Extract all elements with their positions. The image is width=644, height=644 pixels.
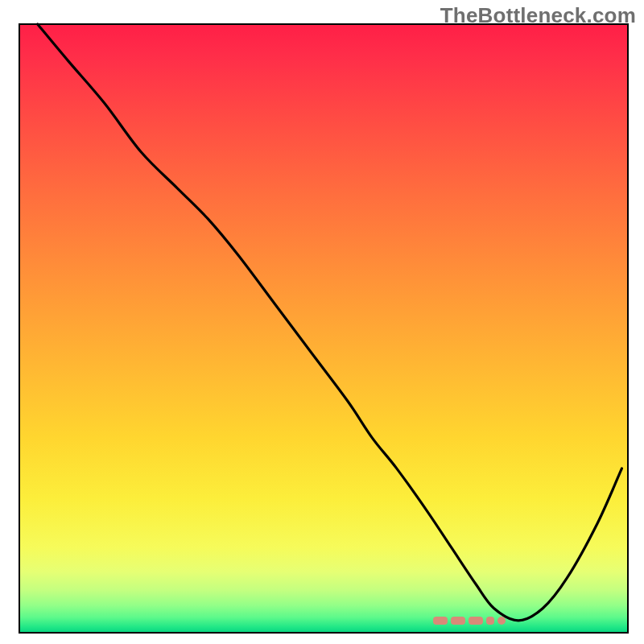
marker-segment	[451, 617, 465, 625]
chart-container: TheBottleneck.com	[0, 0, 644, 644]
highlight-range-markers	[433, 617, 506, 625]
bottleneck-chart	[0, 0, 644, 644]
marker-dot	[497, 617, 506, 625]
marker-segment	[469, 617, 483, 625]
svg-rect-0	[19, 24, 628, 633]
marker-segment	[433, 617, 448, 625]
marker-segment	[486, 617, 494, 625]
